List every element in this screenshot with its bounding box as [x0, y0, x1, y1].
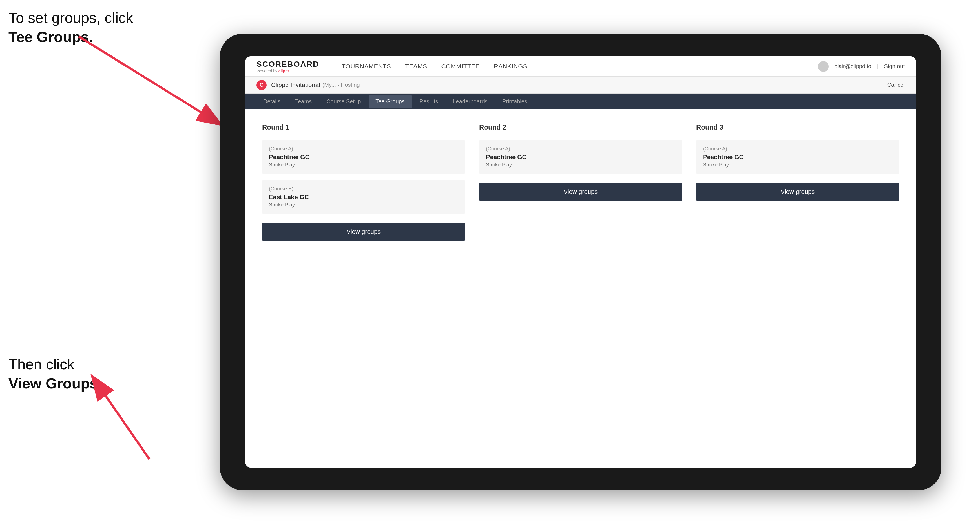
- round-1-title: Round 1: [262, 123, 465, 131]
- round-3-view-groups-button[interactable]: View groups: [696, 183, 899, 201]
- round-2-course-a-card: (Course A) Peachtree GC Stroke Play: [479, 140, 682, 174]
- round-1-course-b-name: East Lake GC: [269, 194, 458, 201]
- tab-teams[interactable]: Teams: [288, 95, 318, 108]
- round-1-course-b-label: (Course B): [269, 186, 458, 192]
- user-email: blair@clippd.io: [834, 63, 871, 70]
- event-icon: C: [256, 80, 267, 90]
- nav-separator: |: [877, 63, 878, 70]
- main-content: Round 1 (Course A) Peachtree GC Stroke P…: [245, 109, 916, 468]
- nav-links: TOURNAMENTS TEAMS COMMITTEE RANKINGS: [342, 63, 801, 70]
- event-status: (My... · Hosting: [323, 82, 360, 88]
- round-3-course-a-name: Peachtree GC: [703, 154, 892, 161]
- round-2-title: Round 2: [479, 123, 682, 131]
- instruction-bottom: Then click View Groups.: [8, 355, 102, 393]
- nav-tournaments[interactable]: TOURNAMENTS: [342, 63, 391, 70]
- round-3-title: Round 3: [696, 123, 899, 131]
- round-1-course-a-format: Stroke Play: [269, 162, 458, 168]
- cancel-button[interactable]: Cancel: [887, 82, 905, 88]
- round-2-course-a-label: (Course A): [486, 146, 675, 152]
- nav-committee[interactable]: COMMITTEE: [441, 63, 480, 70]
- round-1-course-a-card: (Course A) Peachtree GC Stroke Play: [262, 140, 465, 174]
- svg-line-1: [79, 37, 220, 124]
- round-1-course-b-format: Stroke Play: [269, 202, 458, 208]
- avatar: [818, 61, 829, 72]
- round-1-course-a-label: (Course A): [269, 146, 458, 152]
- logo-text: SCOREBOARD: [256, 60, 319, 69]
- event-title: Clippd Invitational: [271, 81, 320, 89]
- instruction-top-line1: To set groups, click: [8, 10, 133, 26]
- round-2-course-a-format: Stroke Play: [486, 162, 675, 168]
- round-1-view-groups-button[interactable]: View groups: [262, 222, 465, 241]
- tab-tee-groups[interactable]: Tee Groups: [369, 95, 411, 108]
- round-1-course-a-name: Peachtree GC: [269, 154, 458, 161]
- instruction-bottom-bold: View Groups.: [8, 375, 102, 392]
- tablet-device: SCOREBOARD Powered by clippt TOURNAMENTS…: [220, 34, 942, 490]
- logo-subtext: Powered by clippt: [256, 69, 319, 73]
- round-3-column: Round 3 (Course A) Peachtree GC Stroke P…: [696, 123, 899, 241]
- instruction-top: To set groups, click Tee Groups.: [8, 8, 133, 46]
- sub-header: C Clippd Invitational (My... · Hosting C…: [245, 76, 916, 94]
- nav-right: blair@clippd.io | Sign out: [818, 61, 905, 72]
- round-3-course-a-format: Stroke Play: [703, 162, 892, 168]
- tab-results[interactable]: Results: [413, 95, 445, 108]
- tab-leaderboards[interactable]: Leaderboards: [446, 95, 494, 108]
- round-2-column: Round 2 (Course A) Peachtree GC Stroke P…: [479, 123, 682, 241]
- nav-teams[interactable]: TEAMS: [405, 63, 427, 70]
- instruction-bottom-line1: Then click: [8, 356, 75, 372]
- logo: SCOREBOARD Powered by clippt: [256, 60, 319, 73]
- tab-details[interactable]: Details: [256, 95, 287, 108]
- sign-out-link[interactable]: Sign out: [884, 63, 905, 70]
- instruction-top-bold: Tee Groups.: [8, 29, 93, 45]
- tab-bar: Details Teams Course Setup Tee Groups Re…: [245, 94, 916, 109]
- round-1-course-b-card: (Course B) East Lake GC Stroke Play: [262, 180, 465, 214]
- tab-printables[interactable]: Printables: [495, 95, 534, 108]
- round-2-course-a-name: Peachtree GC: [486, 154, 675, 161]
- round-2-view-groups-button[interactable]: View groups: [479, 183, 682, 201]
- round-1-column: Round 1 (Course A) Peachtree GC Stroke P…: [262, 123, 465, 241]
- tab-course-setup[interactable]: Course Setup: [320, 95, 368, 108]
- top-navigation: SCOREBOARD Powered by clippt TOURNAMENTS…: [245, 56, 916, 76]
- round-3-course-a-card: (Course A) Peachtree GC Stroke Play: [696, 140, 899, 174]
- rounds-grid: Round 1 (Course A) Peachtree GC Stroke P…: [262, 123, 899, 241]
- round-3-course-a-label: (Course A): [703, 146, 892, 152]
- tablet-screen: SCOREBOARD Powered by clippt TOURNAMENTS…: [245, 56, 916, 468]
- nav-rankings[interactable]: RANKINGS: [494, 63, 527, 70]
